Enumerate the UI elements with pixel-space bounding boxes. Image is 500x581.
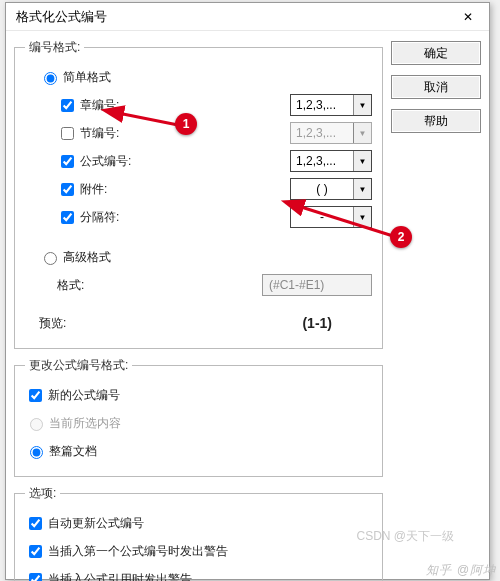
checkbox-enclosure[interactable] xyxy=(61,183,74,196)
row-warn-first: 当插入第一个公式编号时发出警告 xyxy=(25,538,372,564)
chevron-down-icon: ▼ xyxy=(353,151,371,171)
checkbox-separator[interactable] xyxy=(61,211,74,224)
label-new-eq: 新的公式编号 xyxy=(48,387,120,404)
content-area: 编号格式: 简单格式 章编号: 1,2,3,... ▼ 节编号: xyxy=(6,31,489,581)
row-enclosure: 附件: ( ) ▼ xyxy=(25,176,372,202)
legend-change-scope: 更改公式编号格式: xyxy=(25,357,132,374)
row-advanced-format: 高级格式 xyxy=(25,244,372,270)
checkbox-section[interactable] xyxy=(61,127,74,140)
checkbox-warn-first[interactable] xyxy=(29,545,42,558)
fieldset-options: 选项: 自动更新公式编号 当插入第一个公式编号时发出警告 当插入公式引用时发出警… xyxy=(14,485,383,581)
row-new-eq: 新的公式编号 xyxy=(25,382,372,408)
cancel-button[interactable]: 取消 xyxy=(391,75,481,99)
row-equation: 公式编号: 1,2,3,... ▼ xyxy=(25,148,372,174)
row-simple-format: 简单格式 xyxy=(25,64,372,90)
combo-equation[interactable]: 1,2,3,... ▼ xyxy=(290,150,372,172)
combo-section: 1,2,3,... ▼ xyxy=(290,122,372,144)
format-string-value: (#C1-#E1) xyxy=(269,278,324,292)
row-warn-ref: 当插入公式引用时发出警告 xyxy=(25,566,372,581)
radio-simple-format[interactable] xyxy=(44,72,57,85)
dialog-title: 格式化公式编号 xyxy=(16,8,107,26)
chevron-down-icon: ▼ xyxy=(353,179,371,199)
right-column: 确定 取消 帮助 xyxy=(391,39,481,581)
combo-enclosure-value: ( ) xyxy=(291,182,353,196)
combo-separator[interactable]: - ▼ xyxy=(290,206,372,228)
close-button[interactable]: ✕ xyxy=(453,6,483,28)
ok-button[interactable]: 确定 xyxy=(391,41,481,65)
fieldset-number-format: 编号格式: 简单格式 章编号: 1,2,3,... ▼ 节编号: xyxy=(14,39,383,349)
combo-chapter[interactable]: 1,2,3,... ▼ xyxy=(290,94,372,116)
label-preview: 预览: xyxy=(39,315,66,332)
combo-enclosure[interactable]: ( ) ▼ xyxy=(290,178,372,200)
legend-number-format: 编号格式: xyxy=(25,39,84,56)
label-enclosure: 附件: xyxy=(80,181,107,198)
label-auto-update: 自动更新公式编号 xyxy=(48,515,144,532)
legend-options: 选项: xyxy=(25,485,60,502)
label-section: 节编号: xyxy=(80,125,119,142)
dialog-format-equation-number: 格式化公式编号 ✕ 编号格式: 简单格式 章编号: 1,2,3,... xyxy=(5,2,490,580)
close-icon: ✕ xyxy=(463,10,473,24)
preview-value: (1-1) xyxy=(302,315,332,331)
checkbox-auto-update[interactable] xyxy=(29,517,42,530)
fieldset-change-scope: 更改公式编号格式: 新的公式编号 当前所选内容 整篇文档 xyxy=(14,357,383,477)
combo-separator-value: - xyxy=(291,210,353,224)
checkbox-chapter[interactable] xyxy=(61,99,74,112)
label-separator: 分隔符: xyxy=(80,209,119,226)
row-section: 节编号: 1,2,3,... ▼ xyxy=(25,120,372,146)
label-format-string: 格式: xyxy=(57,277,84,294)
radio-whole-document[interactable] xyxy=(30,446,43,459)
combo-section-value: 1,2,3,... xyxy=(291,126,353,140)
chevron-down-icon: ▼ xyxy=(353,123,371,143)
left-column: 编号格式: 简单格式 章编号: 1,2,3,... ▼ 节编号: xyxy=(14,39,383,581)
row-preview: 预览: (1-1) xyxy=(25,310,372,336)
row-chapter: 章编号: 1,2,3,... ▼ xyxy=(25,92,372,118)
row-separator: 分隔符: - ▼ xyxy=(25,204,372,230)
row-format-string: 格式: (#C1-#E1) xyxy=(25,272,372,298)
label-current-sel: 当前所选内容 xyxy=(49,415,121,432)
checkbox-new-equation-numbers[interactable] xyxy=(29,389,42,402)
checkbox-equation[interactable] xyxy=(61,155,74,168)
radio-current-selection xyxy=(30,418,43,431)
checkbox-warn-ref[interactable] xyxy=(29,573,42,582)
help-button[interactable]: 帮助 xyxy=(391,109,481,133)
radio-advanced-format[interactable] xyxy=(44,252,57,265)
label-advanced-format: 高级格式 xyxy=(63,249,111,266)
label-equation: 公式编号: xyxy=(80,153,131,170)
label-warn-ref: 当插入公式引用时发出警告 xyxy=(48,571,192,582)
chevron-down-icon: ▼ xyxy=(353,95,371,115)
combo-chapter-value: 1,2,3,... xyxy=(291,98,353,112)
label-chapter: 章编号: xyxy=(80,97,119,114)
row-whole-doc: 整篇文档 xyxy=(25,438,372,464)
row-auto-update: 自动更新公式编号 xyxy=(25,510,372,536)
watermark-zhihu: 知乎 @阿坤 xyxy=(426,562,496,579)
chevron-down-icon: ▼ xyxy=(353,207,371,227)
label-whole-doc: 整篇文档 xyxy=(49,443,97,460)
label-warn-first: 当插入第一个公式编号时发出警告 xyxy=(48,543,228,560)
titlebar: 格式化公式编号 ✕ xyxy=(6,3,489,31)
row-current-sel: 当前所选内容 xyxy=(25,410,372,436)
combo-equation-value: 1,2,3,... xyxy=(291,154,353,168)
input-format-string: (#C1-#E1) xyxy=(262,274,372,296)
watermark-csdn: CSDN @天下一级 xyxy=(356,528,454,545)
label-simple-format: 简单格式 xyxy=(63,69,111,86)
